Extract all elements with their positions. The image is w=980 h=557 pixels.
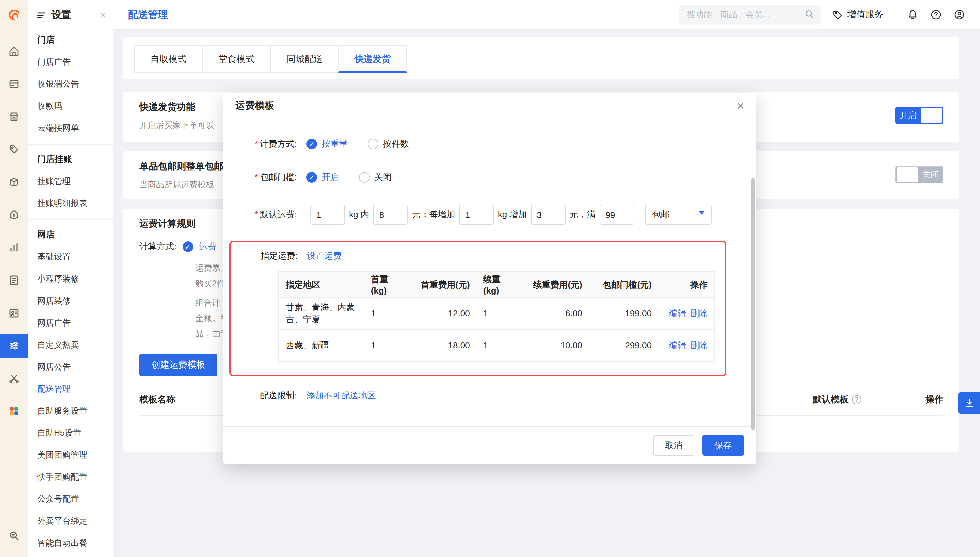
sidebar-item-takeout-binding[interactable]: 外卖平台绑定 — [28, 510, 113, 532]
brand-logo-icon[interactable] — [0, 0, 28, 31]
add-restricted-area-link[interactable]: 添加不可配送地区 — [306, 389, 376, 402]
sidebar-group-stores[interactable]: 门店 — [28, 27, 113, 51]
sidebar-item-shop-notice[interactable]: 网店公告 — [28, 356, 113, 378]
menu-icon[interactable] — [36, 10, 47, 20]
next-kg-cell: 1 — [477, 297, 523, 329]
free-threshold-row: *包邮门槛: ✓ 开启 关闭 — [239, 171, 740, 184]
sidebar-item-custom-hot[interactable]: 自定义热卖 — [28, 334, 113, 356]
global-search — [679, 5, 820, 25]
tabs-card: 自取模式 堂食模式 同城配送 快递发货 — [124, 37, 959, 80]
first-fee-input[interactable] — [373, 205, 408, 225]
sidebar-item-h5-settings[interactable]: 自助H5设置 — [28, 422, 113, 444]
sidebar-item-shop-design[interactable]: 网店装修 — [28, 290, 113, 312]
radio-unchecked-icon — [368, 139, 378, 150]
edit-link[interactable]: 编辑 — [669, 340, 687, 350]
member-tag-icon[interactable] — [0, 137, 28, 161]
goods-box-icon[interactable] — [0, 170, 28, 194]
sidebar-group-online-store[interactable]: 网店 — [28, 220, 113, 246]
free-threshold-cell: 299.00 — [589, 329, 658, 361]
set-freight-link[interactable]: 设置运费 — [307, 250, 342, 262]
cancel-button[interactable]: 取消 — [653, 435, 695, 456]
modal-title: 运费模板 — [236, 99, 737, 112]
avatar-icon[interactable] — [953, 9, 965, 21]
sidebar-item-kuaishou[interactable]: 快手团购配置 — [28, 466, 113, 488]
sidebar-item-credit-mgmt[interactable]: 挂账管理 — [28, 171, 113, 193]
sidebar-item-store-ads[interactable]: 门店广告 — [28, 51, 113, 73]
help-circle-icon[interactable]: ? — [852, 395, 861, 404]
sidebar-item-payment-code[interactable]: 收款码 — [28, 95, 113, 117]
edit-link[interactable]: 编辑 — [669, 308, 687, 318]
toggle-knob — [897, 168, 918, 182]
sidebar-item-cloud-orders[interactable]: 云端接网单 — [28, 117, 113, 139]
stats-icon[interactable] — [0, 236, 28, 259]
radio-checked-icon[interactable]: ✓ — [182, 241, 193, 252]
free-shipping-select[interactable]: 包邮 — [645, 205, 711, 225]
sidebar-item-delivery-mgmt[interactable]: 配送管理 — [28, 378, 113, 400]
billing-method-text: 计费方式: — [260, 139, 297, 149]
toggle-knob — [921, 108, 942, 123]
topbar-actions: 增值服务 — [679, 5, 965, 25]
radio-threshold-off[interactable]: 关闭 — [359, 171, 392, 184]
search-icon[interactable] — [804, 9, 814, 20]
first-fee-cell: 18.00 — [410, 329, 477, 361]
radio-by-count[interactable]: 按件数 — [368, 138, 409, 150]
radio-threshold-on[interactable]: ✓ 开启 — [306, 171, 339, 184]
sidebar-item-basic-settings[interactable]: 基础设置 — [28, 246, 113, 268]
delete-link[interactable]: 删除 — [690, 340, 708, 350]
delete-link[interactable]: 删除 — [690, 308, 708, 318]
sidebar-item-self-service[interactable]: 自助服务设置 — [28, 400, 113, 422]
added-weight-input[interactable] — [459, 205, 494, 225]
apps-grid-icon[interactable] — [0, 399, 28, 423]
tab-self-pickup[interactable]: 自取模式 — [134, 46, 203, 73]
delivery-restrict-row: 配送限制: 添加不可配送地区 — [239, 389, 740, 402]
tab-city-delivery[interactable]: 同城配送 — [270, 46, 339, 73]
search-doc-icon[interactable] — [0, 524, 28, 548]
card-icon[interactable] — [0, 72, 28, 96]
sidebar-item-miniprogram-design[interactable]: 小程序装修 — [28, 268, 113, 290]
modal-scrollbar[interactable] — [751, 178, 755, 430]
tab-dine-in[interactable]: 堂食模式 — [202, 46, 271, 73]
create-template-button[interactable]: 创建运费模板 — [140, 353, 218, 376]
sidebar-item-official-account[interactable]: 公众号配置 — [28, 488, 113, 510]
express-function-toggle[interactable]: 开启 — [895, 107, 943, 124]
added-fee-input[interactable] — [531, 205, 565, 225]
radio-by-weight[interactable]: ✓ 按重量 — [306, 138, 348, 150]
calc-method-option[interactable]: 运费 — [199, 241, 217, 253]
store-icon[interactable] — [0, 105, 28, 129]
sidebar-item-credit-report[interactable]: 挂账明细报表 — [28, 193, 113, 215]
download-fab-button[interactable] — [958, 392, 980, 414]
marketing-icon[interactable] — [0, 366, 28, 390]
report-icon[interactable] — [0, 268, 28, 292]
tab-express-shipping[interactable]: 快递发货 — [338, 46, 407, 73]
download-icon — [964, 397, 974, 408]
sidebar-item-pos-notice[interactable]: 收银端公告 — [28, 73, 113, 95]
threshold-amount-input[interactable] — [599, 205, 634, 225]
single-free-toggle[interactable]: 关闭 — [895, 166, 943, 184]
freight-text-kg-within: kg 内 — [349, 209, 369, 221]
first-fee-cell: 12.00 — [410, 297, 477, 329]
next-fee-cell: 10.00 — [523, 329, 589, 361]
region-cell: 西藏、新疆 — [278, 329, 364, 361]
sidebar-close-icon[interactable]: × — [100, 10, 106, 20]
value-added-services[interactable]: 增值服务 — [832, 9, 883, 21]
modal-close-icon[interactable]: × — [737, 100, 744, 112]
notification-bell-icon[interactable] — [907, 9, 919, 21]
save-button[interactable]: 保存 — [702, 435, 744, 456]
action-column: 操作 — [913, 394, 943, 406]
page-title: 配送管理 — [128, 8, 168, 21]
settings-slider-icon[interactable] — [0, 334, 28, 358]
modal-body: *计费方式: ✓ 按重量 按件数 *包邮门槛: ✓ 开启 关闭 — [223, 119, 756, 402]
sidebar-item-meituan[interactable]: 美团团购管理 — [28, 444, 113, 466]
delivery-mode-tabs: 自取模式 堂食模式 同城配送 快递发货 — [124, 37, 959, 73]
finance-icon[interactable] — [0, 203, 28, 227]
sidebar-item-smart-serving[interactable]: 智能自动出餐 — [28, 532, 113, 554]
home-icon[interactable] — [0, 39, 28, 64]
first-weight-input[interactable] — [310, 205, 345, 225]
sidebar-item-shop-ads[interactable]: 网店广告 — [28, 312, 113, 334]
sidebar-group-credit[interactable]: 门店挂账 — [28, 144, 113, 171]
help-icon[interactable] — [930, 9, 942, 21]
search-input[interactable] — [679, 5, 820, 25]
next-kg-cell: 1 — [477, 329, 523, 361]
badge-icon[interactable] — [0, 301, 28, 325]
specified-freight-label: 指定运费: — [240, 250, 298, 262]
